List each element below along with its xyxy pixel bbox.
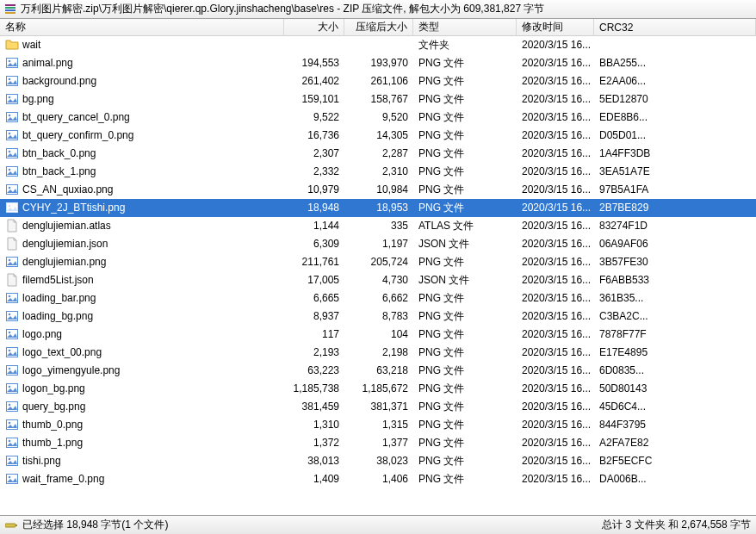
svg-point-35	[9, 386, 11, 388]
table-row[interactable]: logo_yimengyule.png63,22363,218PNG 文件202…	[0, 362, 756, 380]
image-icon	[5, 201, 19, 214]
file-size: 261,402	[284, 75, 344, 87]
table-row[interactable]: CS_AN_quxiao.png10,97910,984PNG 文件2020/3…	[0, 181, 756, 199]
file-name: logo.png	[22, 328, 62, 340]
svg-point-13	[9, 133, 11, 135]
file-type: PNG 文件	[413, 291, 517, 306]
file-crc: C3BA2C...	[594, 310, 756, 322]
column-headers: 名称 大小 压缩后大小 类型 修改时间 CRC32	[0, 19, 756, 36]
file-crc: 3B57FE30	[594, 256, 756, 268]
table-row[interactable]: background.png261,402261,106PNG 文件2020/3…	[0, 72, 756, 90]
image-icon	[5, 454, 19, 468]
table-row[interactable]: loading_bg.png8,9378,783PNG 文件2020/3/15 …	[0, 307, 756, 326]
svg-rect-47	[15, 525, 17, 526]
file-size: 2,307	[284, 147, 344, 159]
table-row[interactable]: denglujiemian.atlas1,144335ATLAS 文件2020/…	[0, 217, 756, 235]
file-type: PNG 文件	[413, 436, 517, 450]
file-packed-size: 1,377	[344, 437, 413, 449]
table-row[interactable]: thumb_1.png1,3721,377PNG 文件2020/3/15 16.…	[0, 434, 756, 452]
table-row[interactable]: CYHY_2J_BTtishi.png18,94818,953PNG 文件202…	[0, 199, 756, 217]
file-type: PNG 文件	[413, 110, 517, 125]
file-mtime: 2020/3/15 16...	[517, 437, 594, 449]
file-size: 159,101	[284, 93, 344, 105]
table-row[interactable]: bg.png159,101158,767PNG 文件2020/3/15 16..…	[0, 90, 756, 109]
file-packed-size: 2,287	[344, 147, 413, 159]
file-crc: DA006B...	[594, 473, 756, 485]
file-size: 63,223	[284, 364, 344, 376]
col-header-crc[interactable]: CRC32	[594, 19, 756, 35]
file-type: PNG 文件	[413, 472, 517, 487]
file-name: btn_back_0.png	[22, 147, 96, 159]
table-row[interactable]: logo.png117104PNG 文件2020/3/15 16...7878F…	[0, 326, 756, 344]
table-row[interactable]: filemd5List.json17,0054,730JSON 文件2020/3…	[0, 271, 756, 289]
table-row[interactable]: loading_bar.png6,6656,662PNG 文件2020/3/15…	[0, 289, 756, 307]
file-size: 194,553	[284, 57, 344, 69]
file-mtime: 2020/3/15 16...	[517, 147, 594, 159]
image-icon	[5, 146, 19, 160]
svg-rect-46	[5, 524, 15, 527]
file-crc: 844F3795	[594, 419, 756, 431]
file-name: wait_frame_0.png	[22, 473, 104, 485]
file-mtime: 2020/3/15 16...	[517, 292, 594, 304]
file-crc: D05D01...	[594, 129, 756, 141]
file-size: 18,948	[284, 202, 344, 214]
col-header-mtime[interactable]: 修改时间	[517, 19, 594, 35]
svg-point-45	[9, 476, 11, 479]
image-icon	[5, 382, 19, 395]
file-type: PNG 文件	[413, 454, 517, 469]
file-type: PNG 文件	[413, 56, 517, 71]
table-row[interactable]: wait_frame_0.png1,4091,406PNG 文件2020/3/1…	[0, 470, 756, 488]
file-crc: 361B35...	[594, 292, 756, 304]
file-size: 6,309	[284, 238, 344, 250]
file-size: 1,409	[284, 473, 344, 485]
file-list[interactable]: wait文件夹2020/3/15 16...animal.png194,5531…	[0, 36, 756, 515]
col-header-type[interactable]: 类型	[413, 19, 517, 35]
image-icon	[5, 291, 19, 305]
archive-icon	[3, 3, 17, 16]
col-header-packed[interactable]: 压缩后大小	[344, 19, 413, 35]
file-type: PNG 文件	[413, 165, 517, 179]
table-row[interactable]: denglujiemian.json6,3091,197JSON 文件2020/…	[0, 235, 756, 253]
file-type: PNG 文件	[413, 363, 517, 378]
table-row[interactable]: logon_bg.png1,185,7381,185,672PNG 文件2020…	[0, 380, 756, 398]
svg-point-37	[9, 404, 11, 407]
file-crc: 7878F77F	[594, 328, 756, 340]
col-header-size[interactable]: 大小	[284, 19, 344, 35]
svg-point-43	[9, 458, 11, 461]
file-mtime: 2020/3/15 16...	[517, 310, 594, 322]
status-right: 总计 3 文件夹 和 2,674,558 字节	[602, 518, 751, 532]
file-size: 10,979	[284, 183, 344, 196]
file-packed-size: 1,185,672	[344, 382, 413, 394]
table-row[interactable]: btn_back_1.png2,3322,310PNG 文件2020/3/15 …	[0, 163, 756, 181]
col-header-name[interactable]: 名称	[0, 19, 284, 35]
table-row[interactable]: bt_query_cancel_0.png9,5229,520PNG 文件202…	[0, 109, 756, 127]
file-mtime: 2020/3/15 16...	[517, 473, 594, 485]
table-row[interactable]: denglujiemian.png211,761205,724PNG 文件202…	[0, 253, 756, 271]
table-row[interactable]: logo_text_00.png2,1932,198PNG 文件2020/3/1…	[0, 344, 756, 362]
file-type: PNG 文件	[413, 201, 517, 215]
file-crc: 50D80143	[594, 382, 756, 394]
file-packed-size: 14,305	[344, 129, 413, 141]
file-type: ATLAS 文件	[413, 219, 517, 233]
file-crc: 83274F1D	[594, 220, 756, 232]
svg-rect-3	[5, 12, 15, 14]
svg-point-11	[9, 115, 11, 117]
file-type: JSON 文件	[413, 237, 517, 251]
file-size: 1,372	[284, 437, 344, 449]
image-icon	[5, 418, 19, 432]
table-row[interactable]: wait文件夹2020/3/15 16...	[0, 36, 756, 54]
file-packed-size: 1,406	[344, 473, 413, 485]
table-row[interactable]: query_bg.png381,459381,371PNG 文件2020/3/1…	[0, 398, 756, 416]
file-packed-size: 63,218	[344, 364, 413, 376]
svg-point-23	[9, 259, 11, 262]
table-row[interactable]: bt_query_confirm_0.png16,73614,305PNG 文件…	[0, 127, 756, 145]
table-row[interactable]: btn_back_0.png2,3072,287PNG 文件2020/3/15 …	[0, 145, 756, 163]
table-row[interactable]: animal.png194,553193,970PNG 文件2020/3/15 …	[0, 54, 756, 72]
file-packed-size: 205,724	[344, 256, 413, 268]
file-name: bg.png	[22, 93, 54, 105]
svg-rect-0	[5, 4, 15, 6]
table-row[interactable]: tishi.png38,01338,023PNG 文件2020/3/15 16.…	[0, 452, 756, 470]
file-size: 117	[284, 328, 344, 340]
file-size: 1,144	[284, 220, 344, 232]
table-row[interactable]: thumb_0.png1,3101,315PNG 文件2020/3/15 16.…	[0, 416, 756, 434]
